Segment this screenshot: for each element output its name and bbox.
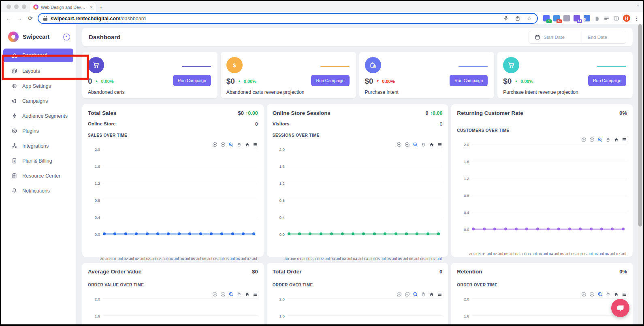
zoom-in-icon[interactable] — [212, 292, 218, 297]
selection-zoom-icon[interactable] — [228, 142, 234, 147]
sidebar-item-notifications[interactable]: Notifications — [3, 183, 73, 198]
selection-zoom-icon[interactable] — [597, 292, 603, 297]
selection-zoom-icon[interactable] — [413, 142, 418, 147]
scrollbar-thumb[interactable] — [638, 24, 642, 227]
zoom-out-icon[interactable] — [589, 292, 595, 297]
sidebar-item-resource-center[interactable]: Resource Center — [3, 168, 73, 183]
pan-icon[interactable] — [237, 292, 242, 297]
x-tick-label: 04 Jul — [537, 252, 548, 256]
sidebar-item-dashboard[interactable]: Dashboard — [3, 49, 73, 62]
zoom-in-icon[interactable] — [581, 137, 586, 142]
extension-icon[interactable]: 14 — [574, 15, 580, 21]
sidebar-item-plan-billing[interactable]: $ Plan & Billing — [3, 153, 73, 168]
reset-home-icon[interactable] — [245, 142, 250, 147]
maximize-window-button[interactable] — [22, 4, 26, 9]
pan-icon[interactable] — [421, 142, 426, 147]
sidebar-item-campaigns[interactable]: Campaigns — [3, 93, 73, 108]
chart-menu-icon[interactable] — [437, 292, 442, 297]
sidebar-item-audience-segments[interactable]: Audience Segments — [3, 108, 73, 123]
x-tick-label: 01 Jul — [113, 256, 123, 261]
selection-zoom-icon[interactable] — [413, 292, 418, 297]
end-date-field[interactable]: End Date — [582, 31, 626, 43]
chat-widget-button[interactable] — [611, 299, 629, 317]
reset-home-icon[interactable] — [245, 292, 250, 297]
microphone-icon[interactable] — [503, 15, 509, 21]
x-tick-label: 04 Jul — [168, 256, 179, 261]
data-point — [341, 233, 344, 235]
gridline — [472, 212, 627, 212]
zoom-in-icon[interactable] — [397, 142, 402, 147]
run-campaign-button[interactable]: Run Campaign — [450, 75, 488, 86]
data-point — [590, 228, 593, 231]
side-panel-icon[interactable] — [613, 15, 619, 21]
chart-menu-icon[interactable] — [622, 292, 627, 297]
data-point — [568, 228, 571, 231]
extension-icon[interactable]: 1 — [543, 15, 550, 21]
sidebar-item-integrations[interactable]: Integrations — [3, 138, 73, 153]
browser-tab[interactable]: Web Design and Development × — [30, 2, 96, 12]
close-tab-icon[interactable]: × — [90, 4, 93, 10]
pan-icon[interactable] — [606, 137, 611, 142]
pan-icon[interactable] — [237, 142, 242, 147]
zoom-out-icon[interactable] — [220, 292, 226, 297]
zoom-out-icon[interactable] — [405, 292, 410, 297]
sidebar-item-plugins[interactable]: Plugins — [3, 123, 73, 138]
minimize-window-button[interactable] — [14, 4, 19, 9]
profile-avatar[interactable]: H — [623, 15, 630, 22]
tab-strip: Web Design and Development × + ⌄ — [1, 1, 643, 12]
bookmark-star-icon[interactable]: ☆ — [526, 15, 532, 21]
zoom-in-icon[interactable] — [581, 292, 586, 297]
back-button[interactable]: ← — [5, 15, 12, 21]
reload-button[interactable]: ⟳ — [27, 15, 34, 21]
pan-icon[interactable] — [606, 292, 611, 297]
forward-button[interactable]: → — [16, 15, 23, 21]
share-icon[interactable] — [514, 15, 520, 21]
reset-home-icon[interactable] — [614, 137, 619, 142]
chart-metric: $0 — [238, 110, 244, 116]
y-axis: 2.01.61.20.80.40.0 — [273, 298, 443, 326]
run-campaign-button[interactable]: Run Campaign — [173, 75, 211, 86]
stat-delta: 0.00% — [244, 79, 256, 84]
sidebar-item-label: Notifications — [22, 188, 50, 194]
zoom-in-icon[interactable] — [397, 292, 402, 297]
sidebar-item-layouts[interactable]: Layouts — [3, 64, 73, 78]
chart-menu-icon[interactable] — [437, 142, 442, 147]
chart-menu-icon[interactable] — [253, 142, 258, 147]
chart-menu-icon[interactable] — [253, 292, 258, 297]
selection-zoom-icon[interactable] — [228, 292, 234, 297]
selection-zoom-icon[interactable] — [597, 137, 603, 142]
sidebar-item-app-settings[interactable]: App Settings — [3, 78, 73, 93]
sidebar-collapse-button[interactable] — [63, 34, 70, 40]
x-tick-label: 05 Jul — [202, 256, 212, 261]
start-date-field[interactable]: Start Date — [529, 31, 582, 43]
x-tick-label: 07 Jul — [247, 256, 257, 261]
run-campaign-button[interactable]: Run Campaign — [588, 75, 626, 86]
extension-icon[interactable]: 9+ — [553, 15, 560, 21]
zoom-in-icon[interactable] — [212, 142, 218, 147]
new-tab-button[interactable]: + — [99, 3, 103, 10]
window-controls[interactable] — [6, 4, 26, 9]
zoom-out-icon[interactable] — [405, 142, 410, 147]
browser-menu-icon[interactable]: ⋮ — [634, 15, 639, 21]
x-tick-label: 07 Jul — [431, 256, 441, 261]
x-tick-label: 04 Jul — [353, 256, 363, 261]
extensions-puzzle-icon[interactable] — [594, 15, 600, 21]
data-point — [288, 233, 290, 235]
extension-badge: 1 — [546, 19, 552, 23]
extension-icon[interactable]: 8 — [584, 15, 590, 21]
address-bar[interactable]: swipecart.rentechdigital.com/dashboard ☆ — [38, 13, 538, 24]
pan-icon[interactable] — [421, 292, 426, 297]
svg-text:$: $ — [233, 63, 236, 68]
reset-home-icon[interactable] — [429, 292, 434, 297]
stat-label: Abandoned carts revenue projection — [226, 89, 350, 95]
reset-home-icon[interactable] — [429, 142, 434, 147]
chevron-down-icon[interactable]: ⌄ — [636, 2, 640, 8]
extension-icon[interactable] — [563, 15, 570, 21]
zoom-out-icon[interactable] — [589, 137, 595, 142]
chart-menu-icon[interactable] — [622, 137, 627, 142]
close-window-button[interactable] — [6, 4, 11, 9]
reset-home-icon[interactable] — [614, 292, 619, 297]
zoom-out-icon[interactable] — [220, 142, 226, 147]
run-campaign-button[interactable]: Run Campaign — [311, 75, 349, 86]
reading-list-icon[interactable] — [603, 15, 610, 21]
